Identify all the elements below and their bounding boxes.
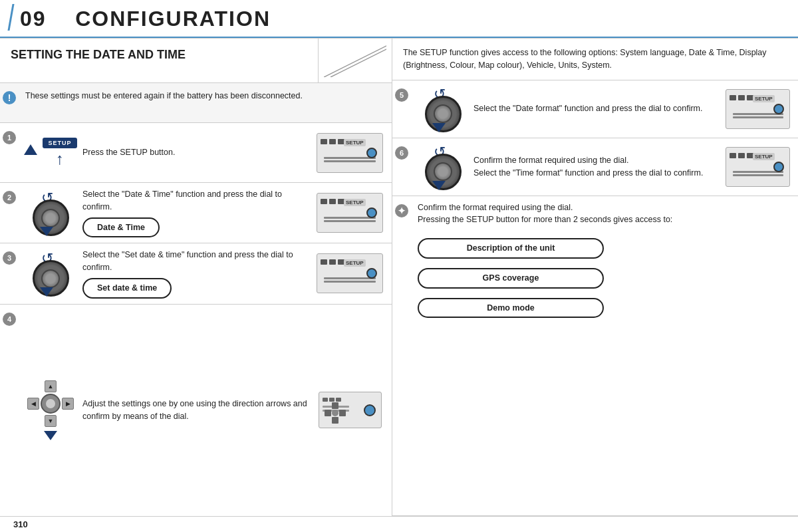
page-number: 310	[13, 519, 28, 529]
step-num-4: 4	[0, 305, 19, 517]
step-badge-5: 5	[395, 88, 408, 102]
left-column: SETTING THE DATE AND TIME ! These settin…	[0, 39, 392, 516]
alert-num: !	[0, 83, 19, 122]
device-img-3: SETUP	[317, 253, 383, 293]
step-num-3: 3	[0, 243, 19, 303]
svg-line-0	[324, 44, 386, 77]
step-badge-6: 6	[395, 146, 408, 160]
pill-description: Description of the unit	[418, 238, 604, 259]
step-badge-sun: ✦	[395, 204, 408, 217]
device-img-5: SETUP	[726, 89, 790, 129]
device-img-2: SETUP	[317, 193, 383, 233]
pill-gps-coverage: GPS coverage	[418, 268, 604, 289]
step-badge-4: 4	[3, 313, 16, 326]
step-content-3: ↺ Select the "Set date & time" function …	[19, 243, 392, 303]
right-column: The SETUP function gives access to the f…	[392, 39, 798, 516]
step-content-2: ↺ Select the "Date & Time" function and …	[19, 183, 392, 243]
step-text-3: Select the "Set date & time" function an…	[82, 249, 308, 298]
left-section-header: SETTING THE DATE AND TIME	[0, 39, 392, 83]
step-image-3: SETUP	[313, 251, 386, 296]
step-image-5: SETUP	[723, 86, 793, 132]
section-divider-icon	[324, 44, 386, 77]
step-image-1: SETUP	[313, 130, 386, 176]
page-wrapper: 09 CONFIGURATION SETTING THE DATE AND TI…	[0, 0, 798, 532]
step-num-6: 6	[392, 138, 411, 196]
page-footer: 310	[0, 516, 798, 532]
step-num-5: 5	[392, 80, 411, 138]
step-num-2: 2	[0, 183, 19, 243]
page-title: 09 CONFIGURATION	[13, 7, 271, 31]
step-row-5: 5 ↺ Select the "Date format" function an…	[392, 80, 798, 138]
main-content: SETTING THE DATE AND TIME ! These settin…	[0, 38, 798, 516]
step-image-6: SETUP	[723, 144, 793, 190]
step-text-4: Adjust the settings one by one using the…	[82, 398, 308, 423]
step-image-4	[313, 389, 386, 431]
step-icon-2: ↺	[24, 190, 77, 236]
step-row-2: 2 ↺ Select the "Date & Time" functi	[0, 183, 392, 243]
step-text-5: Select the "Date format" function and pr…	[473, 102, 719, 115]
step-image-2: SETUP	[313, 190, 386, 235]
step-row-1: 1 SETUP ↑	[0, 123, 392, 183]
step-row-sun: ✦ Confirm the format required using the …	[392, 196, 798, 517]
step-text-6: Confirm the format required using the di…	[473, 154, 719, 180]
alert-row: ! These settings must be entered again i…	[0, 83, 392, 123]
step-badge-2: 2	[3, 191, 16, 204]
step-num-sun: ✦	[392, 196, 411, 223]
step-row-3: 3 ↺ Select the "Set date & time" fu	[0, 243, 392, 304]
step-content-5: ↺ Select the "Date format" function and …	[411, 80, 798, 138]
device-img-1: SETUP	[317, 133, 383, 173]
step-row-6: 6 ↺ Confirm the format required usi	[392, 138, 798, 196]
step-icon-3: ↺	[24, 250, 77, 297]
setup-button-label: SETUP	[43, 138, 76, 148]
step-content-sun: Confirm the format required using the di…	[411, 196, 798, 324]
step-content-1: SETUP ↑ Press the SETUP button. SETUP	[19, 123, 392, 182]
chapter-number: 09	[20, 7, 47, 31]
device-img-4	[319, 392, 382, 428]
pill-set-date-time: Set date & time	[82, 278, 172, 299]
step-content-4: ▲ ◀ ▶ ▼	[19, 305, 392, 517]
step-badge-1: 1	[3, 131, 16, 144]
step-content-6: ↺ Confirm the format required using the …	[411, 138, 798, 196]
setup-icon: SETUP ↑	[24, 138, 76, 168]
pill-date-time: Date & Time	[82, 217, 160, 238]
pill-demo-mode: Demo mode	[418, 298, 604, 319]
step-badge-3: 3	[3, 251, 16, 265]
chapter-title: CONFIGURATION	[75, 7, 271, 31]
step-text-2: Select the "Date & Time" function and pr…	[82, 188, 308, 237]
step-row-4: 4 ▲ ◀	[0, 305, 392, 517]
step-num-1: 1	[0, 123, 19, 182]
device-img-6: SETUP	[726, 147, 790, 187]
right-section-desc: The SETUP function gives access to the f…	[392, 39, 798, 80]
section-title: SETTING THE DATE AND TIME	[11, 48, 307, 63]
step-icon-1: SETUP ↑	[24, 138, 77, 168]
step-icon-6: ↺	[416, 144, 469, 190]
page-header: 09 CONFIGURATION	[0, 0, 798, 38]
step-icon-5: ↺	[416, 86, 469, 132]
alert-text: These settings must be entered again if …	[19, 83, 392, 122]
step-text-1: Press the SETUP button.	[82, 146, 308, 159]
svg-line-1	[331, 44, 386, 77]
step-icon-4: ▲ ◀ ▶ ▼	[24, 380, 77, 440]
alert-badge: !	[3, 91, 16, 104]
